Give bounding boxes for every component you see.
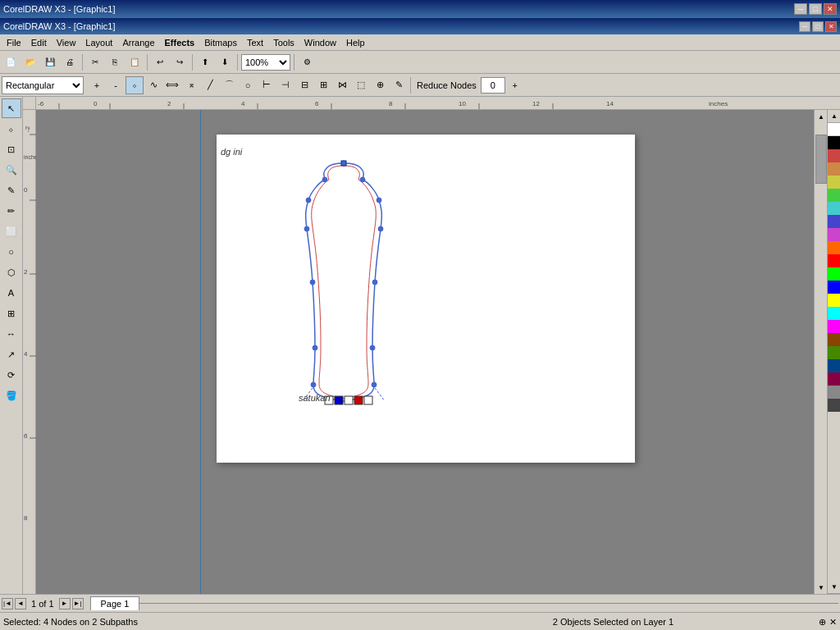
outer-close-button[interactable]: ✕ (824, 3, 837, 15)
align-horizontal-button[interactable]: ⊟ (295, 76, 313, 94)
curve-segment-button[interactable]: ⌒ (220, 76, 238, 94)
color-swatch-olive[interactable] (828, 346, 840, 359)
inner-menu-text[interactable]: Text (242, 36, 268, 49)
select-tool[interactable]: ↖ (2, 98, 21, 118)
last-page-button[interactable]: ►| (72, 598, 84, 609)
dimension-tool[interactable]: ↔ (2, 324, 21, 344)
scroll-down-button[interactable]: ▼ (815, 581, 827, 594)
inner-menu-tools[interactable]: Tools (268, 36, 299, 49)
color-swatch-maroon[interactable] (828, 372, 840, 386)
break-curve-button[interactable]: ⊢ (258, 76, 276, 94)
color-swatch-4[interactable] (828, 189, 840, 202)
inner-menu-window[interactable]: Window (299, 36, 341, 49)
inner-menu-view[interactable]: View (52, 36, 81, 49)
print-button[interactable]: 🖨 (61, 53, 79, 71)
color-swatch-brown[interactable] (828, 333, 840, 346)
align-vertical-button[interactable]: ⊞ (314, 76, 332, 94)
color-swatch-red[interactable] (828, 254, 840, 267)
new-button[interactable]: 📄 (2, 53, 20, 71)
save-button[interactable]: 💾 (41, 53, 59, 71)
elastic-mode-button[interactable]: ⋈ (333, 76, 351, 94)
select-all-nodes-button[interactable]: ⬚ (352, 76, 370, 94)
node-shape-select[interactable]: Rectangular (2, 76, 84, 94)
connector-tool[interactable]: ↗ (2, 345, 21, 364)
vertical-scrollbar[interactable]: ▲ ▼ (814, 110, 827, 594)
symmetrical-button[interactable]: ⟺ (163, 76, 181, 94)
rect-select-button[interactable]: ⊕ (371, 76, 389, 94)
color-swatch-8[interactable] (828, 241, 840, 254)
import-button[interactable]: ⬆ (196, 53, 214, 71)
scroll-thumb-v[interactable] (815, 135, 827, 184)
text-tool[interactable]: A (2, 283, 21, 303)
undo-button[interactable]: ↩ (151, 53, 169, 71)
color-swatch-7[interactable] (828, 228, 840, 241)
svg-point-33 (378, 226, 383, 231)
line-segment-button[interactable]: ╱ (201, 76, 219, 94)
join-nodes-button[interactable]: ⊣ (276, 76, 294, 94)
paste-button[interactable]: 📋 (126, 53, 144, 71)
inner-minimize-button[interactable]: ─ (799, 21, 810, 32)
delete-node-button[interactable]: - (107, 76, 125, 94)
zoom-tool[interactable]: 🔍 (2, 160, 21, 180)
next-page-button[interactable]: ► (59, 598, 71, 609)
add-node-button[interactable]: + (88, 76, 106, 94)
inner-menu-help[interactable]: Help (341, 36, 370, 49)
shape-tool[interactable]: ⬦ (2, 119, 21, 139)
page-1-tab[interactable]: Page 1 (90, 596, 140, 610)
smart-draw-tool[interactable]: ✏ (2, 201, 21, 221)
inner-menu-bitmaps[interactable]: Bitmaps (199, 36, 242, 49)
color-swatch-darkgray[interactable] (828, 399, 840, 412)
reduce-nodes-input[interactable] (481, 77, 505, 94)
scroll-up-button[interactable]: ▲ (815, 110, 827, 123)
palette-scroll-up[interactable]: ▲ (828, 110, 840, 123)
first-page-button[interactable]: |◄ (2, 598, 13, 609)
palette-scroll-down[interactable]: ▼ (828, 581, 840, 594)
color-swatch-blue[interactable] (828, 281, 840, 294)
inner-maximize-button[interactable]: □ (812, 21, 824, 32)
export-button[interactable]: ⬇ (216, 53, 234, 71)
inner-menu-arrange[interactable]: Arrange (117, 36, 159, 49)
table-tool[interactable]: ⊞ (2, 304, 21, 323)
color-swatch-2[interactable] (828, 162, 840, 176)
close-curve-button[interactable]: ○ (239, 76, 257, 94)
copy-button[interactable]: ⎘ (106, 53, 124, 71)
prev-page-button[interactable]: ◄ (15, 598, 26, 609)
node-tool-active[interactable]: ⬦ (126, 76, 144, 94)
color-swatch-1[interactable] (828, 149, 840, 162)
ellipse-tool[interactable]: ○ (2, 242, 21, 262)
color-swatch-green[interactable] (828, 267, 840, 281)
blend-tool[interactable]: ⟳ (2, 365, 21, 385)
inner-menu-edit[interactable]: Edit (26, 36, 52, 49)
color-swatch-navy[interactable] (828, 359, 840, 372)
color-swatch-black[interactable] (828, 136, 840, 149)
color-swatch-5[interactable] (828, 202, 840, 215)
color-swatch-6[interactable] (828, 215, 840, 228)
polygon-tool[interactable]: ⬡ (2, 262, 21, 282)
options-button[interactable]: ⚙ (298, 53, 316, 71)
color-swatch-gray[interactable] (828, 386, 840, 399)
inner-menu-effects[interactable]: Effects (160, 36, 200, 49)
color-swatch-magenta[interactable] (828, 320, 840, 333)
redo-button[interactable]: ↪ (171, 53, 189, 71)
fill-tool[interactable]: 🪣 (2, 386, 21, 405)
inner-menu-layout[interactable]: Layout (80, 36, 117, 49)
color-swatch-3[interactable] (828, 176, 840, 189)
color-swatch-yellow[interactable] (828, 294, 840, 307)
zoom-select[interactable]: 100% (241, 54, 290, 71)
outer-minimize-button[interactable]: ─ (794, 3, 807, 15)
cut-button[interactable]: ✂ (86, 53, 104, 71)
drawing-canvas[interactable]: dg ini satukan ▲ ▼ (36, 110, 827, 594)
freehand-select-button[interactable]: ✎ (390, 76, 408, 94)
reduce-nodes-apply-button[interactable]: + (506, 76, 524, 94)
crop-tool[interactable]: ⊡ (2, 139, 21, 159)
inner-menu-file[interactable]: File (2, 36, 26, 49)
outer-maximize-button[interactable]: □ (809, 3, 822, 15)
inner-close-button[interactable]: ✕ (825, 21, 837, 32)
color-swatch-cyan[interactable] (828, 307, 840, 320)
rectangle-tool[interactable]: ⬜ (2, 221, 21, 241)
open-button[interactable]: 📂 (21, 53, 39, 71)
cusp-button[interactable]: ⌅ (182, 76, 200, 94)
smooth-node-button[interactable]: ∿ (144, 76, 162, 94)
freehand-tool[interactable]: ✎ (2, 180, 21, 200)
color-swatch-white[interactable] (828, 123, 840, 136)
